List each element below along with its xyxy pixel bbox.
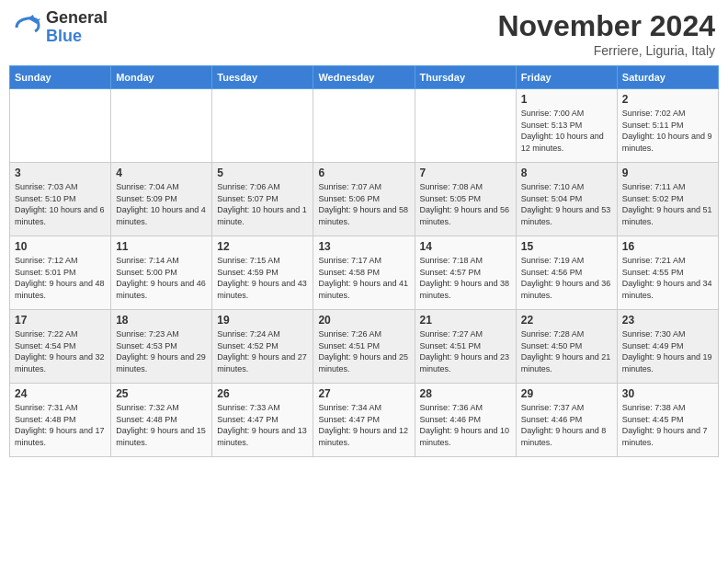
day-info: Sunrise: 7:08 AMSunset: 5:05 PMDaylight:… [420, 181, 511, 227]
day-number: 12 [217, 240, 308, 253]
weekday-header-wednesday: Wednesday [313, 66, 415, 89]
week-row-2: 3Sunrise: 7:03 AMSunset: 5:10 PMDaylight… [10, 163, 719, 236]
calendar-cell: 9Sunrise: 7:11 AMSunset: 5:02 PMDaylight… [617, 163, 718, 236]
calendar-cell: 28Sunrise: 7:36 AMSunset: 4:46 PMDayligh… [415, 384, 516, 457]
weekday-header-thursday: Thursday [415, 66, 516, 89]
day-info: Sunrise: 7:33 AMSunset: 4:47 PMDaylight:… [217, 402, 308, 448]
day-number: 19 [217, 314, 308, 327]
day-info: Sunrise: 7:11 AMSunset: 5:02 PMDaylight:… [622, 181, 713, 227]
calendar-cell: 19Sunrise: 7:24 AMSunset: 4:52 PMDayligh… [212, 310, 313, 384]
day-number: 16 [622, 240, 713, 253]
day-number: 24 [15, 387, 106, 400]
day-info: Sunrise: 7:27 AMSunset: 4:51 PMDaylight:… [420, 328, 511, 374]
calendar-cell: 23Sunrise: 7:30 AMSunset: 4:49 PMDayligh… [617, 310, 718, 384]
day-number: 27 [318, 387, 409, 400]
day-number: 1 [521, 93, 612, 106]
logo-blue: Blue [46, 27, 82, 45]
day-number: 2 [622, 93, 713, 106]
calendar-cell: 22Sunrise: 7:28 AMSunset: 4:50 PMDayligh… [516, 310, 617, 384]
day-info: Sunrise: 7:18 AMSunset: 4:57 PMDaylight:… [420, 255, 511, 301]
calendar-cell: 21Sunrise: 7:27 AMSunset: 4:51 PMDayligh… [415, 310, 516, 384]
logo-text: General Blue [46, 9, 108, 46]
calendar-cell: 26Sunrise: 7:33 AMSunset: 4:47 PMDayligh… [212, 384, 313, 457]
calendar-cell [111, 89, 212, 163]
calendar-cell: 10Sunrise: 7:12 AMSunset: 5:01 PMDayligh… [10, 236, 111, 310]
month-title: November 2024 [497, 9, 715, 43]
calendar-cell: 12Sunrise: 7:15 AMSunset: 4:59 PMDayligh… [212, 236, 313, 310]
day-number: 18 [116, 314, 207, 327]
day-number: 11 [116, 240, 207, 253]
day-number: 6 [318, 167, 409, 179]
calendar-cell: 25Sunrise: 7:32 AMSunset: 4:48 PMDayligh… [111, 384, 212, 457]
calendar-cell: 3Sunrise: 7:03 AMSunset: 5:10 PMDaylight… [10, 163, 111, 236]
weekday-header-row: SundayMondayTuesdayWednesdayThursdayFrid… [10, 66, 719, 89]
day-number: 14 [420, 240, 511, 253]
day-info: Sunrise: 7:34 AMSunset: 4:47 PMDaylight:… [318, 402, 409, 448]
day-info: Sunrise: 7:17 AMSunset: 4:58 PMDaylight:… [318, 255, 409, 301]
day-number: 17 [15, 314, 106, 327]
day-number: 25 [116, 387, 207, 400]
day-number: 4 [116, 167, 207, 179]
calendar-cell: 2Sunrise: 7:02 AMSunset: 5:11 PMDaylight… [617, 89, 718, 163]
day-number: 3 [15, 167, 106, 179]
day-info: Sunrise: 7:03 AMSunset: 5:10 PMDaylight:… [15, 181, 106, 227]
day-info: Sunrise: 7:23 AMSunset: 4:53 PMDaylight:… [116, 328, 207, 374]
weekday-header-sunday: Sunday [10, 66, 111, 89]
week-row-1: 1Sunrise: 7:00 AMSunset: 5:13 PMDaylight… [10, 89, 719, 163]
weekday-header-tuesday: Tuesday [212, 66, 313, 89]
calendar-cell: 5Sunrise: 7:06 AMSunset: 5:07 PMDaylight… [212, 163, 313, 236]
day-info: Sunrise: 7:12 AMSunset: 5:01 PMDaylight:… [15, 255, 106, 301]
day-info: Sunrise: 7:37 AMSunset: 4:46 PMDaylight:… [521, 402, 612, 448]
day-number: 23 [622, 314, 713, 327]
day-number: 8 [521, 167, 612, 179]
day-info: Sunrise: 7:38 AMSunset: 4:45 PMDaylight:… [622, 402, 713, 448]
day-info: Sunrise: 7:24 AMSunset: 4:52 PMDaylight:… [217, 328, 308, 374]
week-row-3: 10Sunrise: 7:12 AMSunset: 5:01 PMDayligh… [10, 236, 719, 310]
calendar-cell [10, 89, 111, 163]
day-info: Sunrise: 7:36 AMSunset: 4:46 PMDaylight:… [420, 402, 511, 448]
calendar-cell: 16Sunrise: 7:21 AMSunset: 4:55 PMDayligh… [617, 236, 718, 310]
page-header: General Blue November 2024 Ferriere, Lig… [9, 9, 719, 58]
calendar-cell: 13Sunrise: 7:17 AMSunset: 4:58 PMDayligh… [313, 236, 415, 310]
calendar-cell [313, 89, 415, 163]
calendar-cell: 7Sunrise: 7:08 AMSunset: 5:05 PMDaylight… [415, 163, 516, 236]
calendar-cell: 18Sunrise: 7:23 AMSunset: 4:53 PMDayligh… [111, 310, 212, 384]
day-number: 26 [217, 387, 308, 400]
day-info: Sunrise: 7:32 AMSunset: 4:48 PMDaylight:… [116, 402, 207, 448]
day-number: 22 [521, 314, 612, 327]
day-number: 5 [217, 167, 308, 179]
calendar-cell [212, 89, 313, 163]
day-number: 7 [420, 167, 511, 179]
day-info: Sunrise: 7:22 AMSunset: 4:54 PMDaylight:… [15, 328, 106, 374]
day-info: Sunrise: 7:31 AMSunset: 4:48 PMDaylight:… [15, 402, 106, 448]
day-number: 30 [622, 387, 713, 400]
day-number: 20 [318, 314, 409, 327]
day-number: 29 [521, 387, 612, 400]
calendar-cell: 24Sunrise: 7:31 AMSunset: 4:48 PMDayligh… [10, 384, 111, 457]
day-info: Sunrise: 7:07 AMSunset: 5:06 PMDaylight:… [318, 181, 409, 227]
calendar-cell: 27Sunrise: 7:34 AMSunset: 4:47 PMDayligh… [313, 384, 415, 457]
calendar-cell: 11Sunrise: 7:14 AMSunset: 5:00 PMDayligh… [111, 236, 212, 310]
day-info: Sunrise: 7:00 AMSunset: 5:13 PMDaylight:… [521, 108, 612, 154]
calendar-cell: 4Sunrise: 7:04 AMSunset: 5:09 PMDaylight… [111, 163, 212, 236]
day-info: Sunrise: 7:15 AMSunset: 4:59 PMDaylight:… [217, 255, 308, 301]
title-area: November 2024 Ferriere, Liguria, Italy [497, 9, 715, 58]
day-info: Sunrise: 7:19 AMSunset: 4:56 PMDaylight:… [521, 255, 612, 301]
calendar-cell: 17Sunrise: 7:22 AMSunset: 4:54 PMDayligh… [10, 310, 111, 384]
week-row-4: 17Sunrise: 7:22 AMSunset: 4:54 PMDayligh… [10, 310, 719, 384]
day-info: Sunrise: 7:10 AMSunset: 5:04 PMDaylight:… [521, 181, 612, 227]
week-row-5: 24Sunrise: 7:31 AMSunset: 4:48 PMDayligh… [10, 384, 719, 457]
calendar-cell: 30Sunrise: 7:38 AMSunset: 4:45 PMDayligh… [617, 384, 718, 457]
location: Ferriere, Liguria, Italy [497, 43, 715, 58]
calendar-table: SundayMondayTuesdayWednesdayThursdayFrid… [9, 65, 719, 457]
weekday-header-friday: Friday [516, 66, 617, 89]
logo: General Blue [13, 9, 108, 46]
calendar-cell: 6Sunrise: 7:07 AMSunset: 5:06 PMDaylight… [313, 163, 415, 236]
day-number: 13 [318, 240, 409, 253]
day-info: Sunrise: 7:28 AMSunset: 4:50 PMDaylight:… [521, 328, 612, 374]
calendar-cell: 20Sunrise: 7:26 AMSunset: 4:51 PMDayligh… [313, 310, 415, 384]
calendar-cell [415, 89, 516, 163]
calendar-cell: 15Sunrise: 7:19 AMSunset: 4:56 PMDayligh… [516, 236, 617, 310]
logo-icon [13, 13, 42, 42]
day-info: Sunrise: 7:04 AMSunset: 5:09 PMDaylight:… [116, 181, 207, 227]
